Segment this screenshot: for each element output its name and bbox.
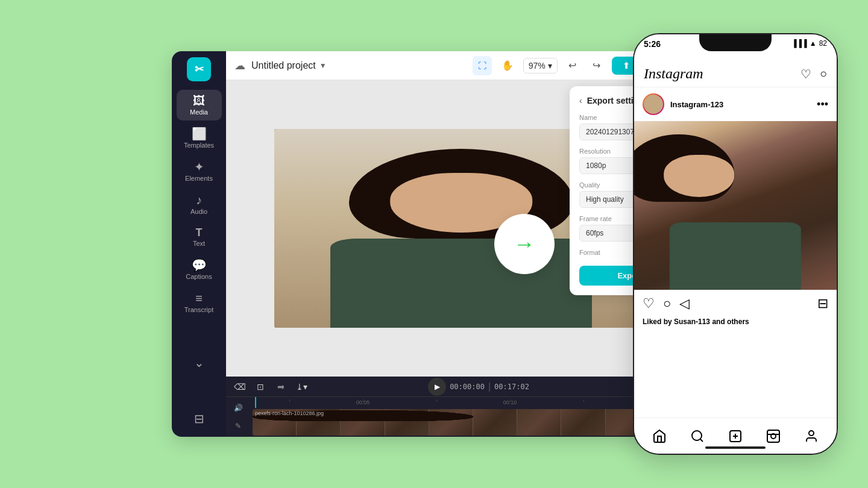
sidebar-item-media[interactable]: 🖼 Media <box>177 90 222 120</box>
comment-button[interactable]: ○ <box>663 296 671 311</box>
zoom-control[interactable]: 97% ▾ <box>523 58 558 74</box>
play-button[interactable]: ▶ <box>428 378 446 396</box>
post-username[interactable]: Instagram-123 <box>670 100 723 109</box>
hand-icon: ✋ <box>502 60 514 71</box>
svg-point-0 <box>692 431 702 440</box>
total-time: 00:17:02 <box>494 383 529 391</box>
toolbar: ☁ Untitled project ▼ ⛶ ✋ 97% ▾ ↩ <box>226 51 696 80</box>
instagram-logo: Instagram <box>644 66 703 82</box>
ruler-marks: 00:05 00:10 00:15 <box>253 399 694 405</box>
post-avatar[interactable] <box>643 93 664 115</box>
battery-label: 82 <box>819 39 827 48</box>
phone-body: 5:26 ▐▐▐ ▲ 82 Instagram ♡ ○ <box>633 33 838 455</box>
undo-button[interactable]: ↩ <box>564 57 582 75</box>
post-more-button[interactable]: ••• <box>817 98 828 111</box>
sidebar-item-text[interactable]: T Text <box>177 222 222 252</box>
sidebar-item-captions[interactable]: 💬 Captions <box>177 254 222 285</box>
ruler-mark-1: 00:05 <box>326 399 400 405</box>
nav-add-button[interactable] <box>722 423 749 449</box>
timeline-area: ⌫ ⊡ ⥤ ⤓▾ ▶ 00:00:00 | 00:17:02 🎤 🔊 <box>226 377 696 437</box>
sidebar-label-elements: Elements <box>185 175 213 182</box>
cursor-tool-button[interactable]: ⛶ <box>473 56 492 75</box>
scene: ✂ 🖼 Media ⬜ Templates ✦ Elements ♪ Audio… <box>0 0 868 488</box>
sidebar-item-audio[interactable]: ♪ Audio <box>177 189 222 220</box>
nav-profile-button[interactable] <box>798 423 825 449</box>
timeline-time: ▶ 00:00:00 | 00:17:02 <box>428 378 529 396</box>
zoom-value: 97% <box>529 61 546 70</box>
nav-reels-button[interactable] <box>760 423 787 449</box>
export-quality-value: High quality <box>586 195 624 204</box>
export-resolution-value: 1080p <box>586 161 606 170</box>
svg-rect-5 <box>767 430 779 442</box>
elements-icon: ✦ <box>194 161 204 173</box>
transition-arrow: → <box>494 214 555 274</box>
sidebar-extra[interactable]: ⊟ <box>177 407 222 431</box>
messenger-icon[interactable]: ○ <box>820 67 827 81</box>
volume-icon[interactable]: 🔊 <box>231 401 245 414</box>
post-image-content <box>634 121 837 290</box>
crop-button[interactable]: ⊡ <box>253 379 268 395</box>
media-icon: 🖼 <box>193 95 205 107</box>
likes-detail: Liked by Susan-113 and others <box>643 318 749 326</box>
phone-notch <box>699 34 772 51</box>
instagram-header-icons: ♡ ○ <box>800 67 827 81</box>
export-panel-back-button[interactable]: ‹ <box>579 96 582 105</box>
clip-filename: pexels-ron-lach-1010286.jpg <box>255 410 324 416</box>
ruler-mark-0 <box>253 399 326 405</box>
project-title-chevron: ▼ <box>319 61 327 70</box>
share-button[interactable]: ◁ <box>679 296 690 311</box>
split-button[interactable]: ⥤ <box>273 379 289 395</box>
templates-icon: ⬜ <box>192 128 207 140</box>
preview-area: ‹ Export settings Name 202401291307 Reso… <box>226 80 696 377</box>
edit-icon[interactable]: ✎ <box>231 419 245 433</box>
sidebar-label-audio: Audio <box>190 208 207 215</box>
sidebar-label-media: Media <box>190 108 208 116</box>
like-button[interactable]: ♡ <box>643 296 655 311</box>
sidebar-extra-icon: ⊟ <box>194 411 204 426</box>
project-title: Untitled project <box>251 60 316 71</box>
app-logo[interactable]: ✂ <box>187 57 211 81</box>
post-header: Instagram-123 ••• <box>634 87 837 121</box>
ruler-mark-2 <box>400 399 473 405</box>
svg-point-8 <box>809 431 814 436</box>
sidebar-label-templates: Templates <box>184 142 214 149</box>
transcript-icon: ≡ <box>195 292 203 304</box>
editor-main: ☁ Untitled project ▼ ⛶ ✋ 97% ▾ ↩ <box>226 51 696 437</box>
signal-icon: ▐▐▐ <box>791 39 807 48</box>
text-icon: T <box>196 227 203 238</box>
sidebar-item-transcript[interactable]: ≡ Transcript <box>177 287 222 318</box>
instagram-header: Instagram ♡ ○ <box>634 61 837 87</box>
sidebar-item-elements[interactable]: ✦ Elements <box>177 156 222 187</box>
export-upload-icon: ⬆ <box>623 61 630 70</box>
sidebar-item-templates[interactable]: ⬜ Templates <box>177 123 222 154</box>
redo-button[interactable]: ↪ <box>588 57 606 75</box>
bookmark-button[interactable]: ⊟ <box>817 296 828 311</box>
zoom-chevron-icon: ▾ <box>548 61 552 70</box>
heart-icon[interactable]: ♡ <box>800 67 811 81</box>
sidebar-more-button[interactable]: ⌄ <box>189 351 209 375</box>
wifi-icon: ▲ <box>810 39 817 48</box>
sidebar-label-transcript: Transcript <box>184 306 214 313</box>
ruler-mark-4 <box>547 399 620 405</box>
sidebar-label-captions: Captions <box>186 273 212 280</box>
avatar-photo <box>644 95 663 114</box>
post-dress <box>670 222 801 290</box>
home-indicator <box>705 446 766 449</box>
download-button[interactable]: ⤓▾ <box>294 379 309 395</box>
post-actions: ♡ ○ ◁ ⊟ <box>634 290 837 318</box>
arrow-icon: → <box>514 231 535 257</box>
cloud-button[interactable]: ☁ <box>234 59 245 72</box>
time-separator: | <box>488 381 491 392</box>
audio-icon: ♪ <box>196 194 202 206</box>
project-title-area[interactable]: Untitled project ▼ <box>251 60 327 71</box>
nav-home-button[interactable] <box>646 423 673 449</box>
nav-search-button[interactable] <box>684 423 711 449</box>
editor-window: ✂ 🖼 Media ⬜ Templates ✦ Elements ♪ Audio… <box>172 51 696 437</box>
delete-clip-button[interactable]: ⌫ <box>232 379 248 395</box>
likes-text: Liked by Susan-113 and others <box>634 318 837 331</box>
timeline-clip[interactable]: pexels-ron-lach-1010286.jpg 00:05:00 <box>253 409 694 436</box>
status-icons: ▐▐▐ ▲ 82 <box>791 39 827 48</box>
cursor-icon: ⛶ <box>478 61 486 70</box>
current-time: 00:00:00 <box>450 383 485 391</box>
hand-tool-button[interactable]: ✋ <box>498 56 517 75</box>
